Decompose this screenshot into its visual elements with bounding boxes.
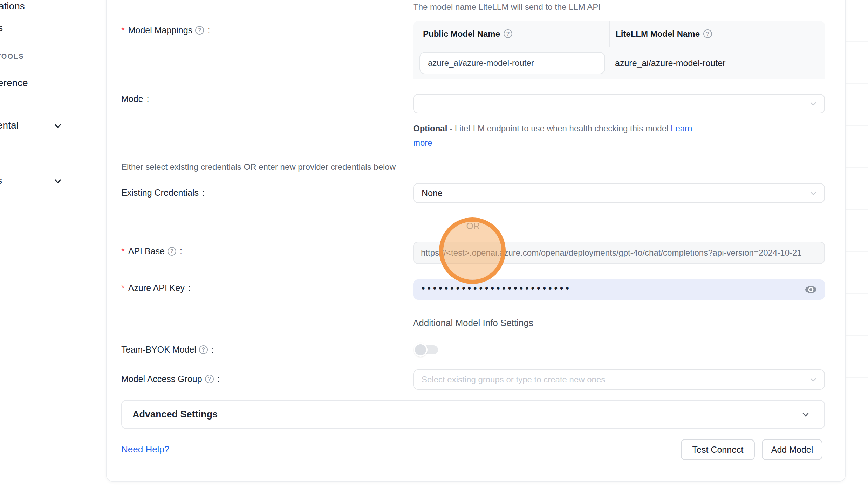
chevron-down-icon: [800, 409, 811, 420]
sidebar-item-label: s: [0, 22, 3, 33]
chevron-down-icon[interactable]: [53, 176, 63, 187]
required-asterisk: *: [121, 283, 125, 293]
litellm-model-name-value: azure_ai/azure-model-router: [615, 52, 725, 74]
divider-line: [121, 226, 457, 226]
model-name-hint: The model name LiteLLM will send to the …: [413, 2, 601, 12]
or-divider-text: OR: [466, 221, 480, 231]
model-access-group-select[interactable]: Select existing groups or type to create…: [413, 369, 825, 390]
api-base-input[interactable]: https://<test>.openai.azure.com/openai/d…: [413, 242, 825, 264]
additional-settings-title: Additional Model Info Settings: [413, 318, 533, 328]
question-circle-icon[interactable]: ?: [168, 247, 176, 256]
api-base-label: * API Base ? :: [121, 246, 182, 256]
sidebar-item-label: ations: [0, 1, 25, 12]
required-asterisk: *: [121, 246, 125, 256]
model-mappings-label: * Model Mappings ? :: [121, 25, 210, 35]
question-circle-icon[interactable]: ?: [504, 29, 512, 38]
eye-icon[interactable]: [805, 285, 817, 294]
sidebar-section-tools: TOOLS: [0, 53, 24, 61]
sidebar-item-settings[interactable]: s: [0, 175, 2, 186]
divider-line: [489, 226, 825, 226]
credentials-note: Either select existing credentials OR en…: [121, 162, 396, 172]
mode-label: Mode :: [121, 94, 149, 104]
question-circle-icon[interactable]: ?: [703, 29, 712, 38]
public-model-name-input[interactable]: [419, 52, 605, 74]
masked-api-key: ••••••••••••••••••••••••••: [422, 284, 572, 293]
question-circle-icon[interactable]: ?: [199, 345, 208, 354]
existing-credentials-select[interactable]: None: [413, 183, 825, 203]
sidebar-item-api-reference[interactable]: erence: [0, 77, 28, 89]
column-header-litellm-model-name: LiteLLM Model Name ?: [609, 21, 825, 47]
mode-hint: Optional - LiteLLM endpoint to use when …: [413, 121, 708, 150]
question-circle-icon[interactable]: ?: [205, 375, 214, 383]
sidebar-item-experimental[interactable]: ental: [0, 120, 19, 131]
sidebar-item-label: s: [0, 175, 2, 186]
mode-select[interactable]: [413, 94, 825, 113]
api-base-value: https://<test>.openai.azure.com/openai/d…: [421, 248, 802, 258]
team-byok-toggle[interactable]: [414, 342, 439, 357]
add-model-page: ations s TOOLS erence ental s The model …: [0, 0, 868, 485]
learn-more-link[interactable]: Learn: [671, 124, 692, 133]
or-divider: OR: [121, 221, 825, 230]
existing-credentials-label: Existing Credentials :: [121, 188, 205, 198]
column-header-public-model-name: Public Model Name ?: [413, 21, 609, 47]
team-byok-label: Team-BYOK Model ? :: [121, 345, 214, 355]
question-circle-icon[interactable]: ?: [195, 26, 204, 35]
toggle-knob: [414, 343, 428, 357]
required-asterisk: *: [121, 25, 125, 35]
chevron-down-icon[interactable]: [53, 121, 63, 131]
learn-more-link[interactable]: more: [413, 138, 432, 147]
sidebar-item-users[interactable]: s: [0, 22, 3, 34]
model-access-group-label: Model Access Group ? :: [121, 374, 220, 384]
sidebar-item-label: ental: [0, 120, 19, 131]
model-mappings-table-header: Public Model Name ? LiteLLM Model Name ?: [413, 21, 825, 47]
background-table-rows: [846, 0, 868, 485]
sidebar-item-organizations[interactable]: ations: [0, 1, 25, 12]
model-mappings-table: Public Model Name ? LiteLLM Model Name ?…: [413, 21, 825, 79]
divider-line: [542, 323, 825, 323]
azure-api-key-input[interactable]: ••••••••••••••••••••••••••: [413, 279, 825, 300]
test-connect-button[interactable]: Test Connect: [681, 439, 755, 460]
add-model-form-card: The model name LiteLLM will send to the …: [106, 0, 846, 482]
add-model-button[interactable]: Add Model: [762, 439, 822, 460]
azure-api-key-label: * Azure API Key :: [121, 283, 191, 293]
sidebar-item-label: erence: [0, 77, 28, 88]
divider-line: [121, 323, 404, 323]
advanced-settings-label: Advanced Settings: [132, 409, 218, 420]
additional-settings-divider: Additional Model Info Settings: [121, 318, 825, 327]
need-help-link[interactable]: Need Help?: [121, 444, 169, 455]
chevron-down-icon: [809, 189, 818, 198]
model-access-group-placeholder: Select existing groups or type to create…: [422, 375, 605, 384]
sidebar: ations s TOOLS erence ental s: [0, 0, 106, 485]
existing-credentials-value: None: [422, 188, 443, 198]
advanced-settings-panel[interactable]: Advanced Settings: [121, 400, 825, 429]
chevron-down-icon: [809, 99, 818, 108]
chevron-down-icon: [809, 375, 818, 384]
